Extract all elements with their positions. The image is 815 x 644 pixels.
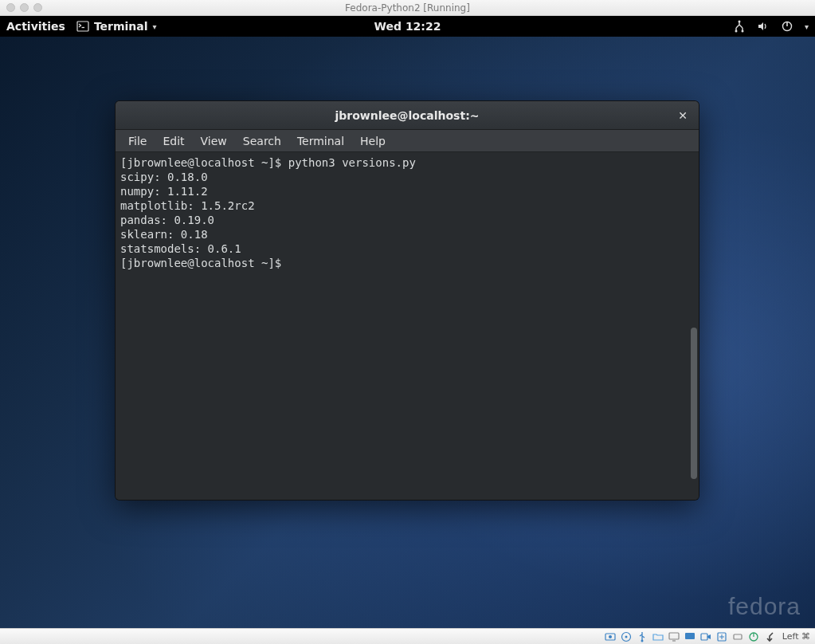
desktop-background: jbrownlee@localhost:~ ✕ File Edit View S… xyxy=(0,37,815,628)
terminal-titlebar[interactable]: jbrownlee@localhost:~ ✕ xyxy=(116,101,699,130)
svg-rect-10 xyxy=(669,633,679,639)
vm-keyboard-icon[interactable] xyxy=(763,630,776,643)
terminal-window: jbrownlee@localhost:~ ✕ File Edit View S… xyxy=(115,100,699,501)
vm-shared-folder-icon[interactable] xyxy=(652,630,664,643)
minimize-icon[interactable] xyxy=(20,3,29,12)
vm-optical-icon[interactable] xyxy=(620,630,633,643)
terminal-line: [jbrownlee@localhost ~]$ xyxy=(120,257,288,269)
app-menu-label: Terminal xyxy=(94,20,148,33)
terminal-line: sklearn: 0.18 xyxy=(120,228,208,241)
svg-rect-0 xyxy=(77,22,88,31)
volume-icon[interactable] xyxy=(757,20,770,33)
terminal-line: [jbrownlee@localhost ~]$ python3 version… xyxy=(120,156,416,169)
network-icon[interactable] xyxy=(733,20,746,33)
terminal-app-icon xyxy=(76,20,89,33)
vm-usb-icon[interactable] xyxy=(636,630,648,643)
terminal-line: numpy: 1.11.2 xyxy=(120,185,208,198)
svg-point-9 xyxy=(641,639,643,642)
menu-help[interactable]: Help xyxy=(354,132,392,150)
terminal-line: pandas: 0.19.0 xyxy=(120,214,214,226)
distro-watermark: fedora xyxy=(728,593,801,620)
host-statusbar: Left ⌘ xyxy=(0,628,815,644)
svg-rect-12 xyxy=(701,634,707,640)
svg-rect-14 xyxy=(734,634,742,639)
host-window-titlebar: Fedora-Python2 [Running] xyxy=(0,0,815,16)
activities-button[interactable]: Activities xyxy=(6,20,65,33)
host-key-indicator[interactable]: Left ⌘ xyxy=(782,631,810,642)
clock-label: Wed 12:22 xyxy=(374,20,441,33)
svg-point-6 xyxy=(609,635,612,638)
terminal-line: scipy: 0.18.0 xyxy=(120,171,208,183)
clock-button[interactable]: Wed 12:22 xyxy=(374,20,441,33)
vm-display-icon[interactable] xyxy=(668,630,680,643)
close-button[interactable]: ✕ xyxy=(675,108,691,124)
terminal-line: matplotlib: 1.5.2rc2 xyxy=(120,199,255,212)
vm-audio-icon[interactable] xyxy=(731,630,744,643)
menu-view[interactable]: View xyxy=(194,132,233,150)
svg-point-8 xyxy=(625,635,627,638)
host-window-title: Fedora-Python2 [Running] xyxy=(0,2,815,14)
window-controls xyxy=(6,3,42,12)
vm-display2-icon[interactable] xyxy=(684,630,696,643)
svg-rect-11 xyxy=(685,633,695,639)
close-icon[interactable] xyxy=(6,3,15,12)
activities-label: Activities xyxy=(6,20,65,33)
terminal-title: jbrownlee@localhost:~ xyxy=(335,109,480,122)
svg-point-3 xyxy=(741,30,743,33)
zoom-icon[interactable] xyxy=(33,3,42,12)
chevron-down-icon: ▾ xyxy=(153,22,157,31)
menu-file[interactable]: File xyxy=(122,132,153,150)
terminal-output[interactable]: [jbrownlee@localhost ~]$ python3 version… xyxy=(116,152,699,500)
terminal-menubar: File Edit View Search Terminal Help xyxy=(116,130,699,152)
terminal-scrollbar[interactable] xyxy=(691,328,697,479)
menu-edit[interactable]: Edit xyxy=(156,132,190,150)
terminal-line: statsmodels: 0.6.1 xyxy=(120,242,241,255)
svg-point-2 xyxy=(735,30,737,33)
close-icon: ✕ xyxy=(678,109,688,122)
power-icon[interactable] xyxy=(781,20,793,33)
app-menu-button[interactable]: Terminal ▾ xyxy=(76,20,157,33)
vm-disk-icon[interactable] xyxy=(604,630,617,643)
vm-mouse-icon[interactable] xyxy=(747,630,760,643)
vm-video-icon[interactable] xyxy=(699,630,712,643)
menu-search[interactable]: Search xyxy=(237,132,288,150)
vm-network-icon[interactable] xyxy=(715,630,728,643)
system-menu-chevron-icon[interactable]: ▾ xyxy=(805,22,809,31)
gnome-top-panel: Activities Terminal ▾ Wed 12:22 ▾ xyxy=(0,16,815,37)
svg-point-1 xyxy=(738,21,740,23)
menu-terminal[interactable]: Terminal xyxy=(291,132,351,150)
